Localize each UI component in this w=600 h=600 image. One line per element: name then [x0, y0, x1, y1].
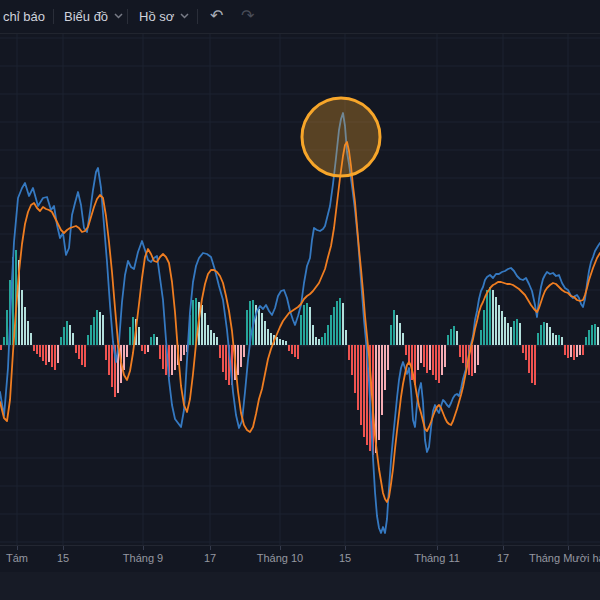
redo-button[interactable]: ↷	[241, 0, 254, 32]
x-axis-tick	[437, 546, 438, 550]
x-axis-tick	[63, 546, 64, 550]
indicators-button-label: chỉ báo	[3, 9, 45, 24]
indicator-chart-area[interactable]	[0, 0, 600, 545]
histogram-bars	[0, 250, 599, 455]
x-axis-label: Tháng Mười hai	[529, 552, 600, 564]
app-window: chỉ báo Biểu đồ Hồ sơ ↶ ↷ Tám15Tháng 917…	[0, 0, 600, 600]
profile-menu-label: Hồ sơ	[139, 9, 174, 24]
x-axis-label: 17	[497, 552, 509, 564]
indicators-button[interactable]: chỉ báo	[3, 0, 45, 32]
toolbar-divider	[127, 9, 128, 24]
indicator-plot	[0, 0, 600, 545]
x-axis-tick	[503, 546, 504, 550]
toolbar-divider	[53, 9, 54, 24]
x-axis-tick	[210, 546, 211, 550]
toolbar-divider	[197, 9, 198, 24]
x-axis-label: 17	[204, 552, 216, 564]
undo-icon: ↶	[210, 0, 223, 32]
x-axis-label: Tháng 11	[414, 552, 460, 564]
top-toolbar: chỉ báo Biểu đồ Hồ sơ ↶ ↷	[0, 0, 600, 34]
x-axis-label: 15	[339, 552, 351, 564]
x-axis-tick	[280, 546, 281, 550]
x-axis-label: Tám	[6, 552, 28, 564]
x-axis-tick	[17, 546, 18, 550]
x-axis-label: 15	[57, 552, 69, 564]
x-axis-label: Tháng 9	[123, 552, 163, 564]
grid-lines	[0, 34, 600, 545]
x-axis-tick	[143, 546, 144, 550]
bottom-strip	[0, 571, 600, 600]
x-axis-label: Tháng 10	[257, 552, 303, 564]
chart-menu-label: Biểu đồ	[64, 9, 108, 24]
redo-icon: ↷	[241, 0, 254, 32]
time-axis[interactable]: Tám15Tháng 917Tháng 1015Tháng 1117Tháng …	[0, 545, 600, 572]
x-axis-tick	[568, 546, 569, 550]
undo-button[interactable]: ↶	[210, 0, 223, 32]
x-axis-tick	[345, 546, 346, 550]
profile-menu-button[interactable]: Hồ sơ	[139, 0, 189, 32]
highlight-circle-annotation[interactable]	[302, 98, 380, 176]
chevron-down-icon	[180, 13, 189, 19]
chevron-down-icon	[114, 13, 123, 19]
chart-menu-button[interactable]: Biểu đồ	[64, 0, 123, 32]
